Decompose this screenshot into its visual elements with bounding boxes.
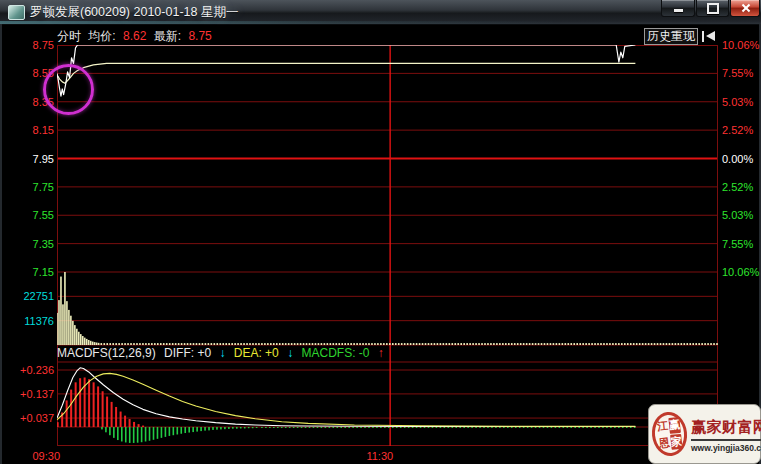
- app-icon: [8, 5, 25, 20]
- percent-axis-label: 7.55%: [722, 66, 753, 80]
- percent-axis-label: 10.06%: [722, 265, 759, 279]
- percent-axis-label: 2.52%: [722, 180, 753, 194]
- price-axis-label: 8.75: [2, 38, 54, 52]
- macd-axis-label: +0.137: [2, 387, 54, 401]
- time-axis-label: 11:30: [341, 449, 393, 463]
- title-bar[interactable]: 罗顿发展(600209) 2010-01-18 星期一: [0, 0, 761, 25]
- percent-axis-label: 10.06%: [722, 38, 759, 52]
- window-controls: [661, 0, 761, 17]
- percent-axis-label: 5.03%: [722, 208, 753, 222]
- maximize-button[interactable]: [696, 0, 729, 17]
- chart-mode-label: 分时: [57, 29, 81, 43]
- step-back-icon[interactable]: [702, 30, 715, 42]
- seal-logo: 江 赢 恩 家: [650, 410, 689, 457]
- watermark-divider: [691, 439, 761, 441]
- diff-down-arrow-icon: ↓: [219, 346, 225, 360]
- close-button[interactable]: [730, 0, 760, 17]
- minimize-button[interactable]: [661, 0, 695, 17]
- volume-axis-label: 11376: [2, 314, 54, 328]
- price-axis-label: 7.95: [2, 152, 54, 166]
- volume-axis-label: 22751: [2, 289, 54, 303]
- avg-price-value: 8.62: [123, 29, 146, 43]
- macd-dea-label: DEA: +0: [234, 346, 279, 360]
- grid-layer: [57, 45, 718, 446]
- macd-axis-label: +0.037: [2, 411, 54, 425]
- macd-axis-label: +0.236: [2, 363, 54, 377]
- site-name: 赢家财富网: [691, 418, 761, 437]
- price-axis-label: 7.55: [2, 208, 54, 222]
- price-axis-label: 7.15: [2, 265, 54, 279]
- seal-char: 家: [670, 433, 683, 450]
- macd-header: MACDFS(12,26,9) DIFF: +0 ↓ DEA: +0 ↓ MAC…: [57, 346, 389, 361]
- maximize-icon: [707, 3, 719, 14]
- dea-down-arrow-icon: ↓: [287, 346, 293, 360]
- info-bar: 分时 均价: 8.62 最新: 8.75: [57, 28, 216, 44]
- macd-up-arrow-icon: ↑: [378, 346, 384, 360]
- macd-diff-label: DIFF: +0: [164, 346, 211, 360]
- macd-indicator-label: MACDFS(12,26,9): [57, 346, 156, 360]
- macd-value-label: MACDFS: -0: [301, 346, 369, 360]
- price-axis-label: 7.75: [2, 180, 54, 194]
- annotation-circle: [43, 64, 94, 115]
- close-icon: [740, 2, 751, 14]
- price-line: [57, 45, 635, 96]
- minimize-icon: [674, 9, 683, 12]
- last-price-label: 最新:: [154, 29, 181, 43]
- percent-axis-label: 5.03%: [722, 95, 753, 109]
- chart-plot[interactable]: [57, 45, 718, 446]
- site-url: www.yingjia360.com: [691, 443, 761, 453]
- watermark: 江 赢 恩 家 赢家财富网 www.yingjia360.com: [648, 404, 761, 464]
- watermark-text: 赢家财富网 www.yingjia360.com: [687, 416, 761, 453]
- percent-axis-label: 7.55%: [722, 237, 753, 251]
- app-window: 罗顿发展(600209) 2010-01-18 星期一 分时 均价: 8.62 …: [0, 0, 761, 464]
- volume-bars: [57, 272, 718, 345]
- price-axis-label: 8.15: [2, 123, 54, 137]
- percent-axis-label: 2.52%: [722, 123, 753, 137]
- seal-char: 恩: [658, 435, 671, 452]
- time-axis-label: 09:30: [8, 449, 60, 463]
- history-replay-button[interactable]: 历史重现: [644, 28, 698, 45]
- seal-char: 赢: [668, 417, 681, 434]
- seal-char: 江: [656, 418, 669, 435]
- last-price-value: 8.75: [188, 29, 211, 43]
- avg-price-label: 均价:: [88, 29, 115, 43]
- percent-axis-label: 0.00%: [722, 152, 753, 166]
- window-title: 罗顿发展(600209) 2010-01-18 星期一: [30, 4, 238, 21]
- price-axis-label: 7.35: [2, 237, 54, 251]
